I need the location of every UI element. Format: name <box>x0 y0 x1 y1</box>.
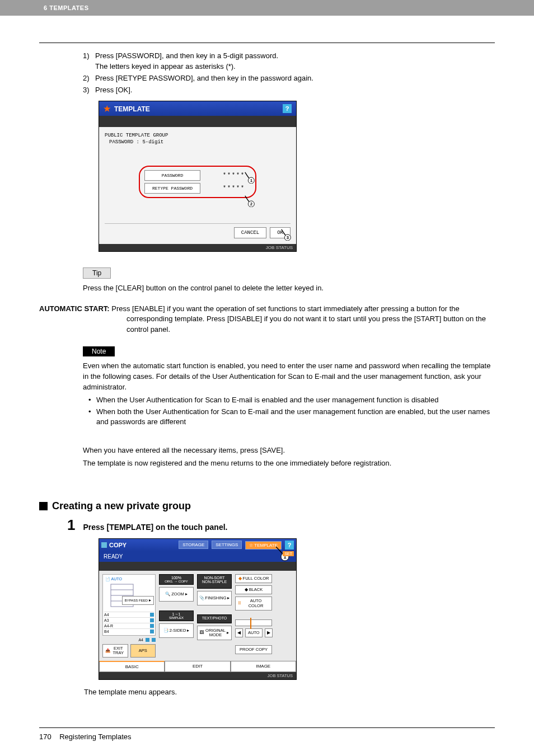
chapter-header: 6 TEMPLATES <box>0 0 534 16</box>
top-rule <box>39 43 495 43</box>
cancel-button[interactable]: CANCEL <box>234 227 266 238</box>
printer-icon <box>105 581 153 609</box>
finishing-button[interactable]: 📎 FINISHING ▸ <box>197 591 232 605</box>
density-auto[interactable]: AUTO <box>245 628 263 637</box>
svg-text:2: 2 <box>250 202 252 206</box>
two-sided-button[interactable]: 📑 2-SIDED ▸ <box>159 623 194 638</box>
settings-tab[interactable]: SETTINGS <box>212 541 242 549</box>
group-line1: PUBLIC TEMPLATE GROUP <box>105 133 291 139</box>
density-slider[interactable] <box>235 619 272 626</box>
password-steps: 1)Press [PASSWORD], and then key in a 5-… <box>83 51 495 95</box>
simplex-display: 1→1SIMPLEX <box>159 611 194 621</box>
step-instruction: Press [TEMPLATE] on the touch panel. <box>83 523 227 532</box>
density-right[interactable]: ▶ <box>265 628 273 637</box>
density-left[interactable]: ◀ <box>235 628 243 637</box>
callout-3: 3 <box>280 228 293 241</box>
black-button[interactable]: ◆ BLACK <box>235 585 272 594</box>
edit-tab[interactable]: EDIT <box>165 661 230 672</box>
square-icon <box>39 502 48 510</box>
proof-copy-button[interactable]: PROOF COPY <box>235 645 272 654</box>
tip-text: Press the [CLEAR] button on the control … <box>83 283 495 294</box>
original-mode-button[interactable]: 🖼 ORIGINAL MODE ▸ <box>197 626 232 640</box>
zoom-display: 100%ORG. → COPY <box>159 574 194 585</box>
paper-drawer: 📄 AUTO BYPASS FEED ▸ A4 A3 A4-R B4 <box>102 574 156 636</box>
job-status-bar-2[interactable]: JOB STATUS <box>99 672 296 679</box>
screen1-title: TEMPLATE <box>114 105 150 113</box>
callout-1: 1 <box>244 171 256 184</box>
help-icon[interactable]: ? <box>283 104 292 113</box>
job-status-bar[interactable]: JOB STATUS <box>99 244 296 251</box>
exit-tray-button[interactable]: 📤 EXIT TRAY <box>102 644 128 658</box>
retype-password-button[interactable]: RETYPE PASSWORD <box>144 183 200 194</box>
image-tab[interactable]: IMAGE <box>231 661 296 672</box>
full-color-button[interactable]: ◆ FULL COLOR <box>235 574 272 583</box>
group-line2: PASSWORD : 5-digit <box>109 139 291 146</box>
page-footer: 170 Registering Templates <box>0 732 534 752</box>
auto-start-body: Press [ENABLE] if you want the operation… <box>110 304 486 334</box>
footer-title: Registering Templates <box>59 732 131 741</box>
basic-tab[interactable]: BASIC <box>99 661 165 672</box>
note-bullet-1: When the User Authentication for Scan to… <box>88 395 495 406</box>
callout-2: 2 <box>244 195 256 207</box>
retype-value: ***** <box>223 185 251 191</box>
tip-label: Tip <box>83 267 111 279</box>
password-button[interactable]: PASSWORD <box>144 170 200 181</box>
copy-icon <box>101 542 107 548</box>
copy-screen-screenshot: COPY STORAGE SETTINGS ☆ TEMPLATE 1 ? SET… <box>99 538 297 680</box>
svg-text:1: 1 <box>250 179 253 183</box>
step-3: Press [OK]. <box>95 86 132 94</box>
set-badge: SET <box>283 551 294 556</box>
step-1a: Press [PASSWORD], and then key in a 5-di… <box>95 51 278 60</box>
zoom-button[interactable]: 🔍 ZOOM ▸ <box>159 587 194 602</box>
step-2: Press [RETYPE PASSWORD], and then key in… <box>95 74 313 82</box>
footer-rule <box>39 727 495 728</box>
finishing-display: NON-SORT NON-STAPLE <box>197 574 232 589</box>
closing-2: The template is now registered and the m… <box>83 458 495 469</box>
auto-color-button[interactable]: ⠿ AUTO COLOR <box>235 597 272 611</box>
step-1b: The letters keyed in appear as asterisks… <box>95 62 236 71</box>
closing-1: When you have entered all the necessary … <box>83 445 495 456</box>
template-password-screenshot: ★TEMPLATE ? PUBLIC TEMPLATE GROUP PASSWO… <box>99 101 297 251</box>
ready-status: READY <box>99 551 296 562</box>
copy-title: COPY <box>109 542 127 548</box>
note-bullet-2: When both the User Authentication for Sc… <box>88 407 495 428</box>
page-number: 170 <box>39 732 51 741</box>
storage-tab[interactable]: STORAGE <box>179 541 208 549</box>
svg-text:3: 3 <box>287 236 289 240</box>
textphoto-display: TEXT/PHOTO <box>197 614 232 623</box>
step1-after: The template menu appears. <box>84 688 495 696</box>
section-heading: Creating a new private group <box>39 500 495 512</box>
star-icon: ★ <box>104 104 111 113</box>
auto-start-head: AUTOMATIC START: <box>39 304 110 313</box>
note-intro: Even when the automatic start function i… <box>83 361 495 393</box>
bypass-feed-button[interactable]: BYPASS FEED ▸ <box>122 596 154 605</box>
note-label: Note <box>83 346 115 356</box>
step-number: 1 <box>67 516 75 534</box>
aps-button[interactable]: APS <box>130 644 156 658</box>
